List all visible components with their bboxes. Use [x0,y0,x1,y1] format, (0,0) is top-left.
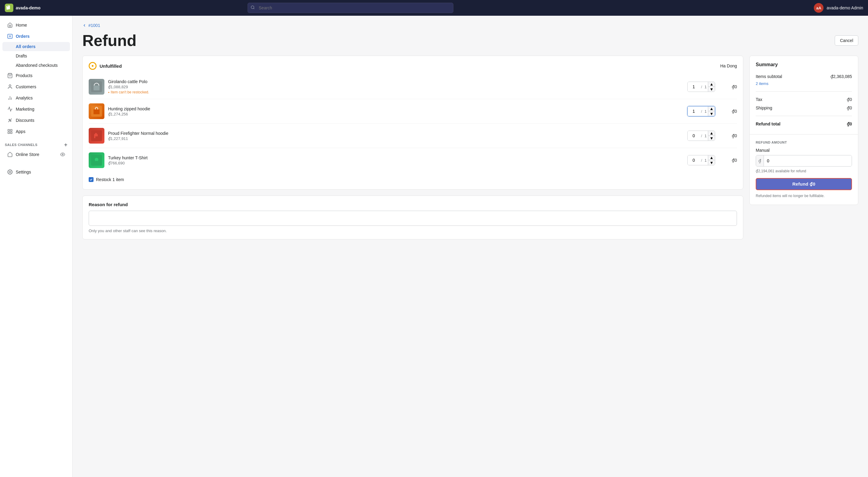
currency-symbol: ₫ [756,156,764,166]
online-store-icon [7,152,13,157]
content-grid: Unfulfilled Ha Dong Girolando cattle Pol… [82,56,858,239]
refund-note: Refunded items will no longer be fulfill… [756,193,852,199]
product-image-4 [89,152,104,168]
chevron-left-icon [82,23,87,28]
svg-rect-16 [10,132,12,134]
sidebar-sub-all-orders[interactable]: All orders [2,42,70,51]
discounts-icon [7,117,13,123]
quantity-control-3: / 1 ▲ ▼ [687,131,715,141]
sidebar-item-analytics-label: Analytics [16,96,33,100]
settings-icon [7,169,13,175]
restock-checkbox[interactable] [89,177,94,182]
qty-up-1[interactable]: ▲ [708,82,715,87]
search-bar [248,3,453,13]
qty-input-wrap-3: / 1 ▲ ▼ [687,131,715,141]
product-info-4: Turkey hunter T-Shirt ₫766,690 [108,156,684,165]
sidebar-item-products-label: Products [16,73,32,78]
breadcrumb[interactable]: #1001 [82,23,858,28]
product-price-3: ₫1,227,911 [108,136,684,141]
qty-up-4[interactable]: ▲ [708,156,715,160]
svg-rect-20 [94,86,100,90]
brand-logo[interactable]: avada-demo [5,4,65,12]
qty-input-wrap-4: / 1 ▲ ▼ [687,155,715,165]
cancel-button[interactable]: Cancel [835,35,858,46]
user-area: aA avada-demo Admin [814,3,863,13]
svg-rect-14 [10,129,12,131]
shopify-logo-icon [5,4,13,12]
items-count-label: 2 items [756,81,768,86]
product-image-1 [89,79,104,95]
analytics-icon [7,95,13,101]
items-subtotal-label: Items subtotal [756,74,782,79]
breadcrumb-label: #1001 [88,23,100,28]
reason-hint: Only you and other staff can see this re… [89,229,737,233]
qty-max-1: 1 [703,84,708,89]
add-sales-channel-button[interactable]: + [64,142,67,147]
svg-line-12 [8,118,11,122]
sidebar-sub-abandoned[interactable]: Abandoned checkouts [2,61,70,70]
qty-down-3[interactable]: ▼ [708,136,715,141]
qty-input-1[interactable] [688,82,700,92]
svg-rect-2 [8,34,12,38]
qty-input-4[interactable] [688,156,700,165]
search-input[interactable] [248,3,453,13]
product-name-4: Turkey hunter T-Shirt [108,156,684,160]
qty-up-3[interactable]: ▲ [708,131,715,136]
summary-shipping: Shipping ₫0 [756,104,852,112]
sidebar-item-home[interactable]: Home [2,20,70,31]
qty-max-2: 1 [703,109,708,114]
sidebar-item-analytics[interactable]: Analytics [2,93,70,103]
product-info-2: Hunting zipped hoodie ₫1,274,256 [108,106,684,116]
settings-label: Settings [16,170,31,174]
customers-icon [7,84,13,90]
qty-input-wrap-2: / 1 ▲ ▼ [687,106,715,116]
svg-line-1 [253,8,254,9]
qty-down-1[interactable]: ▼ [708,87,715,92]
sidebar-sub-drafts[interactable]: Drafts [2,52,70,61]
quantity-control-2: / 1 ▲ ▼ [687,106,715,116]
eye-icon [60,152,65,157]
fulfillment-header: Unfulfilled Ha Dong [89,62,737,70]
orders-icon [7,34,13,39]
sidebar-item-settings[interactable]: Settings [2,167,70,177]
qty-input-3[interactable] [688,131,700,141]
svg-point-17 [62,154,63,155]
sidebar-item-customers[interactable]: Customers [2,81,70,92]
quantity-control-1: / 1 ▲ ▼ [687,81,715,92]
refund-total-label: Refund total [756,122,780,126]
product-price-1: ₫1,088,829 [108,84,684,89]
sidebar-item-marketing[interactable]: Marketing [2,104,70,114]
search-icon [251,5,255,10]
product-amount-4: ₫0 [725,158,737,163]
reason-input[interactable] [89,211,737,226]
qty-down-4[interactable]: ▼ [708,160,715,165]
sidebar-item-apps[interactable]: Apps [2,126,70,137]
qty-down-2[interactable]: ▼ [708,111,715,116]
qty-up-2[interactable]: ▲ [708,106,715,111]
unfulfilled-card: Unfulfilled Ha Dong Girolando cattle Pol… [82,56,743,190]
summary-title: Summary [756,62,852,67]
summary-divider [756,91,852,92]
refund-button[interactable]: Refund ₫0 [756,178,852,190]
sidebar-item-orders[interactable]: Orders [2,31,70,42]
tax-value: ₫0 [847,97,852,102]
summary-refund-total: Refund total ₫0 [756,120,852,128]
qty-input-2[interactable] [688,106,700,116]
reason-title: Reason for refund [89,202,737,207]
summary-items-subtotal: Items subtotal ₫2,363,085 [756,72,852,81]
restock-section: Restock 1 item [89,172,737,183]
sidebar-item-online-store[interactable]: Online Store [2,149,70,160]
sidebar-item-products[interactable]: Products [2,70,70,81]
svg-point-6 [9,84,11,87]
main-content: #1001 Refund Cancel Unfulfilled H [73,16,868,477]
sidebar-item-discounts[interactable]: Discounts [2,115,70,126]
shipping-value: ₫0 [847,105,852,110]
manual-refund-input[interactable] [764,156,851,166]
quantity-control-4: / 1 ▲ ▼ [687,155,715,165]
svg-rect-15 [8,132,9,134]
sales-channels-section: SALES CHANNELS + [0,137,72,149]
product-amount-2: ₫0 [725,109,737,114]
avatar[interactable]: aA [814,3,824,13]
product-price-4: ₫766,690 [108,161,684,165]
sidebar-item-marketing-label: Marketing [16,107,34,111]
